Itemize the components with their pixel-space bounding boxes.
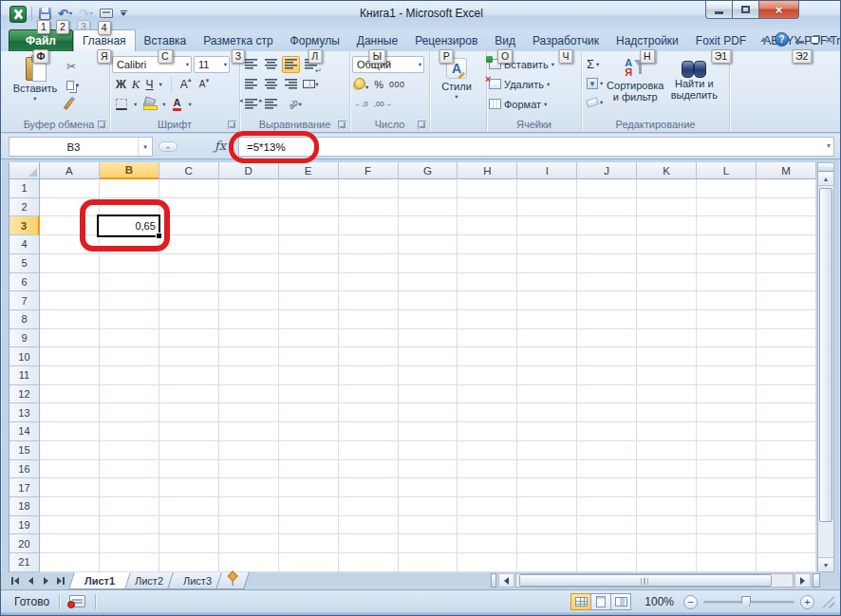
close-button[interactable]: × bbox=[758, 1, 799, 19]
tab-надстройки[interactable]: НадстройкиН bbox=[607, 29, 687, 51]
cell-K16[interactable] bbox=[637, 460, 697, 479]
cell-B9[interactable] bbox=[100, 329, 159, 348]
cell-G8[interactable] bbox=[399, 310, 458, 329]
cell-D5[interactable] bbox=[219, 254, 279, 273]
cell-F12[interactable] bbox=[339, 385, 399, 404]
cell-E10[interactable] bbox=[279, 347, 339, 366]
decrease-indent-button[interactable]: ◂ bbox=[242, 96, 260, 113]
dialog-launcher-icon[interactable] bbox=[98, 121, 106, 129]
select-all-corner[interactable] bbox=[9, 162, 40, 179]
scroll-right-button[interactable] bbox=[794, 573, 811, 588]
italic-button[interactable]: К bbox=[132, 77, 140, 92]
cell-E9[interactable] bbox=[279, 329, 339, 348]
cell-I5[interactable] bbox=[517, 254, 577, 273]
cell-L7[interactable] bbox=[697, 291, 757, 310]
resize-grip[interactable] bbox=[822, 596, 834, 608]
chevron-down-icon[interactable]: ▾ bbox=[138, 138, 152, 156]
cell-M1[interactable] bbox=[757, 179, 816, 198]
cell-H18[interactable] bbox=[458, 497, 517, 516]
cell-M13[interactable] bbox=[757, 403, 816, 422]
maximize-button[interactable] bbox=[732, 1, 759, 19]
cell-A20[interactable] bbox=[40, 534, 100, 553]
cell-G1[interactable] bbox=[399, 179, 458, 198]
cell-H9[interactable] bbox=[458, 329, 517, 348]
underline-button[interactable]: Ч bbox=[146, 78, 154, 91]
cell-M3[interactable] bbox=[757, 216, 816, 235]
cell-L12[interactable] bbox=[697, 385, 757, 404]
cell-J20[interactable] bbox=[577, 534, 637, 553]
delete-cells-button[interactable]: Удалить ▾ bbox=[489, 74, 579, 94]
cell-B8[interactable] bbox=[100, 310, 159, 329]
cell-D13[interactable] bbox=[219, 403, 279, 422]
cell-I6[interactable] bbox=[517, 273, 577, 292]
tab-рецензиров[interactable]: РецензировР bbox=[406, 29, 486, 51]
cell-F5[interactable] bbox=[339, 254, 399, 273]
row-header-13[interactable]: 13 bbox=[9, 403, 40, 422]
cell-L20[interactable] bbox=[697, 534, 757, 553]
currency-format-button[interactable]: ▾ bbox=[354, 76, 368, 93]
cell-L19[interactable] bbox=[697, 516, 757, 535]
cell-D8[interactable] bbox=[219, 310, 279, 329]
doc-restore-icon[interactable] bbox=[811, 36, 819, 44]
cell-L8[interactable] bbox=[697, 310, 757, 329]
borders-icon[interactable] bbox=[116, 99, 127, 110]
cell-H16[interactable] bbox=[458, 460, 517, 479]
scroll-left-button[interactable] bbox=[498, 573, 514, 588]
cell-C5[interactable] bbox=[159, 254, 219, 273]
cell-B15[interactable] bbox=[100, 441, 159, 460]
clear-button[interactable]: ▾ bbox=[584, 94, 606, 111]
help-icon[interactable]: ? bbox=[775, 32, 789, 47]
doc-minimize-icon[interactable] bbox=[795, 41, 804, 44]
cell-A7[interactable] bbox=[40, 291, 100, 310]
cell-C21[interactable] bbox=[159, 553, 219, 572]
align-top-button[interactable] bbox=[242, 56, 260, 73]
doc-close-icon[interactable]: × bbox=[826, 35, 832, 45]
cell-E20[interactable] bbox=[279, 534, 339, 553]
cell-G21[interactable] bbox=[399, 553, 458, 572]
column-header-H[interactable]: H bbox=[458, 162, 517, 179]
cell-C7[interactable] bbox=[159, 291, 219, 310]
cell-E21[interactable] bbox=[279, 553, 339, 572]
cell-F1[interactable] bbox=[339, 179, 399, 198]
cell-F2[interactable] bbox=[339, 198, 399, 217]
cell-B21[interactable] bbox=[100, 553, 159, 572]
cell-B20[interactable] bbox=[100, 534, 159, 553]
cell-I1[interactable] bbox=[517, 179, 577, 198]
name-box[interactable]: B3 ▾ bbox=[9, 137, 153, 157]
row-header-1[interactable]: 1 bbox=[9, 179, 40, 198]
cell-M18[interactable] bbox=[757, 497, 816, 516]
increase-indent-button[interactable]: ▸ bbox=[262, 96, 280, 113]
formula-bar-splitter[interactable] bbox=[159, 141, 178, 152]
align-left-button[interactable] bbox=[242, 76, 260, 93]
row-header-14[interactable]: 14 bbox=[9, 422, 40, 441]
cell-D17[interactable] bbox=[219, 478, 279, 497]
row-header-15[interactable]: 15 bbox=[9, 441, 40, 460]
row-header-6[interactable]: 6 bbox=[9, 273, 40, 292]
cell-H1[interactable] bbox=[458, 179, 517, 198]
format-painter-button[interactable] bbox=[64, 96, 82, 113]
cell-F9[interactable] bbox=[339, 329, 399, 348]
cell-B19[interactable] bbox=[100, 516, 159, 535]
tab-split-handle[interactable] bbox=[491, 573, 496, 588]
cell-G16[interactable] bbox=[399, 460, 458, 479]
cell-D9[interactable] bbox=[219, 329, 279, 348]
cell-A8[interactable] bbox=[40, 310, 100, 329]
cell-A10[interactable] bbox=[40, 347, 100, 366]
vertical-scroll-thumb[interactable] bbox=[819, 188, 832, 522]
cell-C17[interactable] bbox=[159, 478, 219, 497]
cell-M20[interactable] bbox=[757, 534, 816, 553]
row-header-17[interactable]: 17 bbox=[9, 478, 40, 497]
cell-G10[interactable] bbox=[399, 347, 458, 366]
increase-font-button[interactable]: А▲ bbox=[180, 78, 188, 91]
cell-F15[interactable] bbox=[339, 441, 399, 460]
cell-G2[interactable] bbox=[399, 198, 458, 217]
cell-L16[interactable] bbox=[697, 460, 757, 479]
row-header-16[interactable]: 16 bbox=[9, 460, 40, 479]
cell-I21[interactable] bbox=[517, 553, 577, 572]
number-format-select[interactable]: Общий ▾ bbox=[352, 56, 424, 73]
cell-K10[interactable] bbox=[637, 347, 697, 366]
cell-B7[interactable] bbox=[100, 291, 159, 310]
cell-E16[interactable] bbox=[279, 460, 339, 479]
cell-H6[interactable] bbox=[458, 273, 517, 292]
cell-F19[interactable] bbox=[339, 516, 399, 535]
